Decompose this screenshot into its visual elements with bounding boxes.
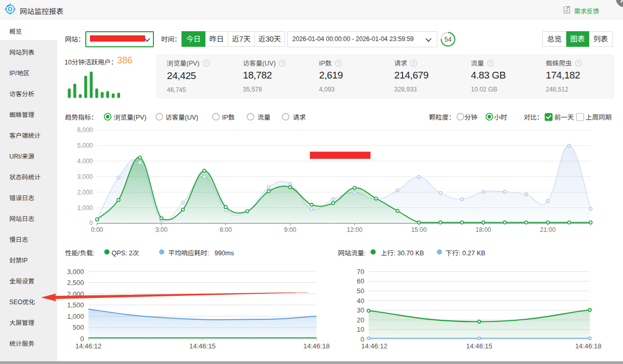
svg-text:6:00: 6:00 (220, 226, 232, 233)
svg-text:14:46:12: 14:46:12 (75, 342, 102, 350)
svg-text:20: 20 (357, 316, 364, 324)
svg-text:70: 70 (357, 268, 364, 276)
svg-text:1,000: 1,000 (77, 204, 93, 212)
svg-text:9:00: 9:00 (284, 226, 296, 233)
svg-text:18:00: 18:00 (475, 226, 491, 233)
svg-text:4,000: 4,000 (77, 158, 93, 165)
svg-text:2,000: 2,000 (77, 189, 93, 196)
svg-text:14:46:15: 14:46:15 (466, 342, 492, 350)
svg-text:60: 60 (357, 277, 364, 285)
svg-text:0: 0 (80, 335, 84, 343)
svg-text:3,000: 3,000 (77, 173, 93, 180)
svg-text:21:00: 21:00 (540, 226, 555, 233)
svg-text:30: 30 (357, 306, 364, 314)
svg-text:3,000: 3,000 (67, 268, 84, 276)
svg-text:0:00: 0:00 (91, 226, 103, 233)
svg-text:10: 10 (357, 326, 364, 333)
svg-text:12:00: 12:00 (347, 226, 362, 233)
svg-text:6,000: 6,000 (77, 126, 93, 134)
svg-text:2,500: 2,500 (67, 279, 84, 287)
svg-text:5,000: 5,000 (77, 142, 93, 149)
svg-text:500: 500 (73, 323, 84, 331)
svg-text:15:00: 15:00 (411, 226, 427, 233)
svg-text:1,000: 1,000 (67, 313, 84, 320)
svg-text:1,500: 1,500 (67, 301, 84, 309)
svg-text:14:46:12: 14:46:12 (361, 342, 387, 350)
svg-text:14:46:18: 14:46:18 (303, 342, 330, 350)
svg-text:40: 40 (357, 297, 364, 305)
svg-text:3:00: 3:00 (155, 226, 168, 233)
svg-text:50: 50 (357, 287, 364, 295)
svg-text:14:46:18: 14:46:18 (575, 342, 602, 350)
svg-text:14:46:15: 14:46:15 (189, 342, 216, 350)
